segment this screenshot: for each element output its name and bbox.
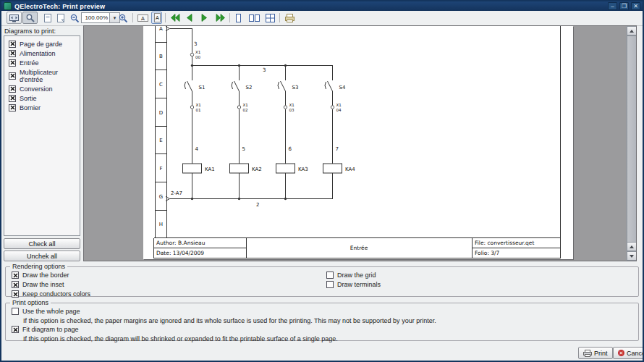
zoom-out-button[interactable] xyxy=(69,12,80,24)
switch-label: S4 xyxy=(339,85,346,90)
diagram-checkbox[interactable] xyxy=(9,72,16,80)
print-option-description: If this option is checked, the diagram w… xyxy=(23,334,635,342)
option-row[interactable]: Draw the grid xyxy=(326,271,381,279)
wire-number: 6 xyxy=(289,146,292,152)
first-page-icon xyxy=(169,13,180,22)
option-row[interactable]: Draw terminals xyxy=(326,280,381,289)
terminal-pin: 01 xyxy=(196,108,201,112)
diagram-list-item[interactable]: Alimentation xyxy=(4,49,80,58)
toolbar-separator xyxy=(165,13,166,22)
titlebar[interactable]: QElectroTech: Print preview – ❐ ✕ xyxy=(1,1,643,11)
diagram-list-item[interactable]: Entrée xyxy=(4,58,80,67)
previous-page-icon xyxy=(185,13,194,22)
cancel-icon: ✕ xyxy=(618,350,624,356)
scroll-up-button[interactable] xyxy=(627,26,637,35)
diagram-checkbox[interactable] xyxy=(9,59,16,67)
option-row[interactable]: Fit diagram to page xyxy=(12,325,635,334)
app-icon xyxy=(4,2,12,10)
diagram-label: Bornier xyxy=(20,104,41,111)
uncheck-all-button[interactable]: Unchek all xyxy=(4,251,80,261)
row-letter: G xyxy=(159,194,163,200)
rendering-checkbox[interactable] xyxy=(326,272,334,279)
wire-number: 5 xyxy=(242,146,245,152)
zoom-in-icon xyxy=(118,13,127,23)
terminal-icon xyxy=(190,106,193,109)
diagram-list: Page de gardeAlimentationEntréeMultiplic… xyxy=(4,35,80,236)
single-page-view-button[interactable] xyxy=(233,12,244,24)
rendering-checkbox[interactable] xyxy=(12,272,19,279)
option-row[interactable]: Use the whole page xyxy=(12,307,635,316)
diagram-checkbox[interactable] xyxy=(9,41,16,48)
print-button[interactable]: Print xyxy=(578,347,613,359)
portrait-orientation-button[interactable]: A xyxy=(151,12,162,24)
diagram-checkbox[interactable] xyxy=(9,104,16,111)
option-row[interactable]: Draw the border xyxy=(12,271,90,279)
all-pages-view-button[interactable] xyxy=(264,12,276,24)
preview-area[interactable]: ABCDEFGH3X1003S1X1014KA1S2X1025KA2S3X103… xyxy=(83,25,637,261)
wire-number: 4 xyxy=(195,146,199,152)
landscape-icon: A xyxy=(137,13,149,22)
diagram-label: Entrée xyxy=(20,59,39,67)
print-button-icon xyxy=(583,350,592,357)
option-row[interactable]: Keep conductors colors xyxy=(12,290,90,298)
scrollbar-thumb[interactable] xyxy=(627,35,637,257)
cancel-button[interactable]: ✕ Cancel xyxy=(613,347,644,359)
print-option-checkbox[interactable] xyxy=(12,308,19,315)
rendering-option-label: Draw the inset xyxy=(22,281,64,288)
diagram-list-item[interactable]: Bornier xyxy=(4,103,80,112)
titleblock-file: File: convertisseur.qet xyxy=(475,240,534,246)
zoom-combo[interactable]: 100.00% ▾ xyxy=(81,12,120,23)
terminal-label: X1 xyxy=(289,103,295,107)
last-page-button[interactable] xyxy=(214,12,226,24)
diagram-checkbox[interactable] xyxy=(9,50,16,57)
printer-icon xyxy=(284,13,295,23)
diagram-checkbox[interactable] xyxy=(9,85,16,93)
zoom-value[interactable]: 100.00% xyxy=(81,12,109,23)
print-options-group: Print options Use the whole pageIf this … xyxy=(5,299,639,341)
zoom-in-button[interactable] xyxy=(117,12,128,24)
first-page-button[interactable] xyxy=(169,12,181,24)
diagram-checkbox[interactable] xyxy=(9,95,16,102)
maximize-button[interactable]: ❐ xyxy=(619,2,629,10)
page-icon xyxy=(43,13,52,23)
print-option-label: Use the whole page xyxy=(22,308,80,315)
rendering-options-title: Rendering options xyxy=(10,263,67,270)
page-setup-button[interactable] xyxy=(41,12,54,24)
facing-pages-view-button[interactable] xyxy=(247,12,261,24)
rendering-checkbox[interactable] xyxy=(12,290,19,298)
terminal-pin: 02 xyxy=(243,108,248,112)
print-option-description: If this option is checked, the paper mar… xyxy=(23,316,635,324)
print-toolbar-button[interactable] xyxy=(283,12,296,24)
fit-width-button[interactable] xyxy=(7,12,22,24)
rendering-checkbox[interactable] xyxy=(326,281,334,288)
facing-pages-view-icon xyxy=(248,13,260,23)
schematic-svg: ABCDEFGH3X1003S1X1014KA1S2X1025KA2S3X103… xyxy=(143,26,573,259)
diagram-list-item[interactable]: Page de garde xyxy=(4,39,80,49)
previous-page-button[interactable] xyxy=(184,12,195,24)
close-button[interactable]: ✕ xyxy=(631,2,640,10)
vertical-scrollbar[interactable] xyxy=(626,26,636,261)
fit-page-button[interactable] xyxy=(22,12,38,24)
next-page-button[interactable] xyxy=(199,12,210,24)
terminal-icon xyxy=(284,106,287,109)
rendering-option-label: Draw the grid xyxy=(337,272,376,279)
zoom-out-icon xyxy=(69,13,79,23)
row-letter: F xyxy=(159,166,162,172)
scroll-up-button-bottom[interactable] xyxy=(627,242,637,251)
diagram-list-item[interactable]: Sortie xyxy=(4,93,80,103)
landscape-orientation-button[interactable]: A xyxy=(136,12,150,24)
terminal-label: X1 xyxy=(243,103,248,107)
coil-symbol xyxy=(323,164,342,173)
bus-label: 3 xyxy=(263,67,266,73)
diagram-list-item[interactable]: Multiplicateur d'entrée xyxy=(4,67,80,84)
scroll-down-button[interactable] xyxy=(627,251,637,261)
check-all-button[interactable]: Check all xyxy=(4,238,80,249)
option-row[interactable]: Draw the inset xyxy=(12,280,90,289)
export-page-button[interactable] xyxy=(54,12,67,24)
diagram-list-item[interactable]: Conversion xyxy=(4,84,80,93)
minimize-button[interactable]: – xyxy=(608,2,617,10)
print-option-checkbox[interactable] xyxy=(12,326,19,333)
coil-label: KA1 xyxy=(205,167,215,172)
coil-label: KA3 xyxy=(298,167,308,172)
rendering-checkbox[interactable] xyxy=(12,281,19,288)
